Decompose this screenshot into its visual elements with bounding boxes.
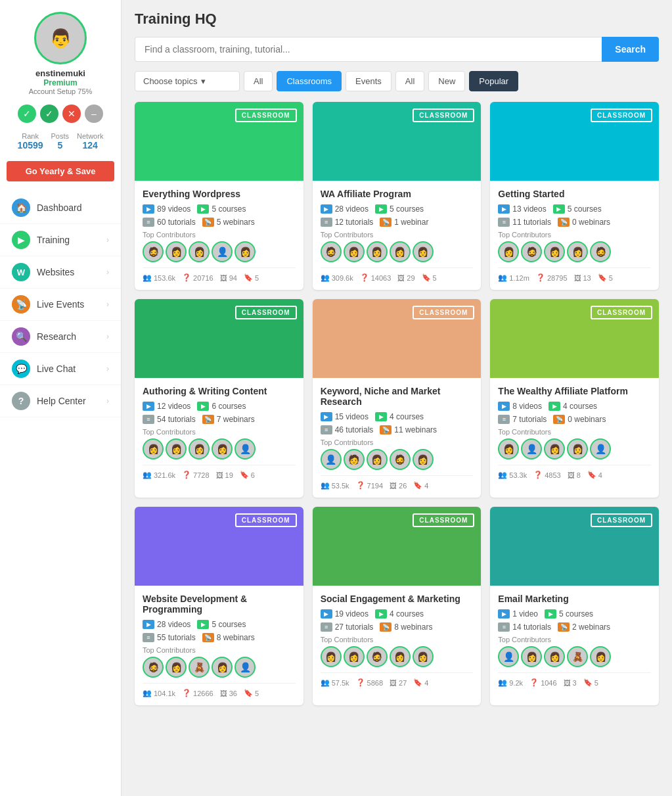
sidebar-item-dashboard[interactable]: 🏠 Dashboard [0,192,121,224]
contributor-avatar: 👩 [567,241,588,262]
bookmark-icon: 🔖 [244,689,253,697]
tutorials-stat: ≡ 54 tutorials [143,415,196,424]
status-check-2: ✓ [40,105,58,123]
followers-stat: 👥 1.12m [498,273,529,282]
card-stats-top: ▶ 28 videos ▶ 5 courses [321,204,474,214]
bookmarks-stat: 🔖 5 [598,273,613,282]
tutorials-stat: ≡ 7 tutorials [498,415,547,424]
bookmark-icon: 🔖 [583,678,593,687]
classroom-badge: CLASSROOM [235,306,297,319]
status-x: ✕ [62,105,81,123]
filter-popular-btn[interactable]: Popular [469,71,518,91]
contributor-avatars: 🧔👩🧸👩👤 [143,657,296,678]
search-input[interactable] [135,37,602,62]
sidebar-item-research[interactable]: 🔍 Research › [0,321,121,353]
tutorials-stat: ≡ 27 tutorials [321,622,374,632]
filter-events-btn[interactable]: Events [346,71,392,91]
images-icon: 🖼 [568,471,575,479]
followers-icon: 👥 [143,273,152,282]
filter-classrooms-btn[interactable]: Classrooms [277,71,342,91]
questions-icon: ❓ [182,273,191,282]
filter-all2-btn[interactable]: All [395,71,424,91]
main-content: Training HQ Search Choose topics ▾ All C… [122,0,672,796]
classroom-card[interactable]: CLASSROOM Getting Started ▶ 13 videos ▶ … [490,102,659,290]
tutorials-icon: ≡ [321,425,332,434]
webinars-stat: 📡 2 webinars [558,622,610,632]
bookmarks-stat: 🔖 5 [583,678,598,687]
search-button[interactable]: Search [602,37,659,62]
images-stat: 🖼 26 [390,481,407,490]
card-title: Keyword, Niche and Market Research [321,386,474,407]
sidebar-item-live-events[interactable]: 📡 Live Events › [0,289,121,321]
card-banner: CLASSROOM [135,299,303,378]
images-stat: 🖼 94 [220,273,237,282]
webinars-icon: 📡 [380,218,392,227]
filter-new-btn[interactable]: New [428,71,465,91]
video-icon: ▶ [321,204,332,214]
filter-all-btn[interactable]: All [244,71,273,91]
images-icon: 🖼 [390,482,397,490]
sidebar-item-websites[interactable]: W Websites › [0,256,121,289]
followers-stat: 👥 53.5k [321,481,349,490]
sidebar-label-research: Research [37,331,76,342]
stat-network: Network 124 [77,132,103,151]
contributor-avatar: 👤 [521,438,542,459]
card-banner: CLASSROOM [490,507,659,586]
contributor-avatar: 🧔 [367,646,388,667]
contributor-avatar: 👩 [344,646,365,667]
questions-icon: ❓ [533,471,543,479]
tier-badge: Premium [43,78,77,87]
classroom-card[interactable]: CLASSROOM WA Affiliate Program ▶ 28 vide… [313,102,482,290]
classroom-card[interactable]: CLASSROOM Keyword, Niche and Market Rese… [313,299,482,498]
images-icon: 🖼 [564,679,571,687]
video-icon: ▶ [143,402,154,411]
card-stats-mid: ≡ 11 tutorials 📡 0 webinars [498,218,651,227]
classroom-card[interactable]: CLASSROOM Authoring & Writing Content ▶ … [135,299,303,498]
webinars-stat: 📡 8 webinars [380,622,432,632]
followers-icon: 👥 [498,678,507,687]
contributor-avatar: 👩 [189,438,210,459]
contributor-avatar: 👩 [367,449,388,470]
card-banner: CLASSROOM [313,507,482,586]
followers-icon: 👥 [143,689,152,697]
courses-icon: ▶ [549,402,560,411]
courses-stat: ▶ 4 courses [375,412,424,421]
card-stats-mid: ≡ 46 tutorials 📡 11 webinars [321,425,474,434]
card-stats-mid: ≡ 54 tutorials 📡 7 webinars [143,415,296,424]
chevron-right-icon-5: › [106,364,109,373]
contributor-avatar: 👩 [235,241,256,262]
contributor-avatar: 👤 [321,449,342,470]
webinars-stat: 📡 1 webinar [380,218,428,227]
top-contributors-label: Top Contributors [143,646,296,654]
classroom-card[interactable]: CLASSROOM Everything Wordpress ▶ 89 vide… [135,102,303,290]
filter-row: Choose topics ▾ All Classrooms Events Al… [135,71,659,91]
sidebar-item-help-center[interactable]: ? Help Center › [0,385,121,417]
go-yearly-button[interactable]: Go Yearly & Save [7,161,114,181]
classroom-card[interactable]: CLASSROOM The Wealthy Affiliate Platform… [490,299,659,498]
classroom-card[interactable]: CLASSROOM Social Engagement & Marketing … [313,507,482,705]
contributor-avatar: 👩 [390,646,411,667]
topics-label: Choose topics [143,76,197,86]
topics-dropdown[interactable]: Choose topics ▾ [135,71,240,91]
classroom-card[interactable]: CLASSROOM Email Marketing ▶ 1 video ▶ 5 … [490,507,659,705]
training-icon: ▶ [12,231,30,249]
videos-stat: ▶ 28 videos [143,620,190,629]
contributor-avatar: 👩 [166,241,187,262]
tutorials-icon: ≡ [498,622,510,632]
card-title: Email Marketing [498,594,651,604]
images-stat: 🖼 36 [220,689,237,697]
courses-stat: ▶ 5 courses [545,609,593,619]
sidebar-item-live-chat[interactable]: 💬 Live Chat › [0,353,121,385]
courses-icon: ▶ [545,609,556,619]
classroom-card[interactable]: CLASSROOM Website Development & Programm… [135,507,303,705]
questions-icon: ❓ [356,678,365,687]
videos-stat: ▶ 8 videos [498,402,542,411]
sidebar-item-training[interactable]: ▶ Training › [0,224,121,256]
card-stats-mid: ≡ 27 tutorials 📡 8 webinars [321,622,474,632]
bookmark-icon: 🔖 [422,273,431,282]
classroom-badge: CLASSROOM [591,108,652,122]
tutorials-icon: ≡ [498,218,510,227]
tutorials-icon: ≡ [498,415,510,424]
questions-icon: ❓ [356,481,365,490]
classroom-badge: CLASSROOM [413,306,474,319]
